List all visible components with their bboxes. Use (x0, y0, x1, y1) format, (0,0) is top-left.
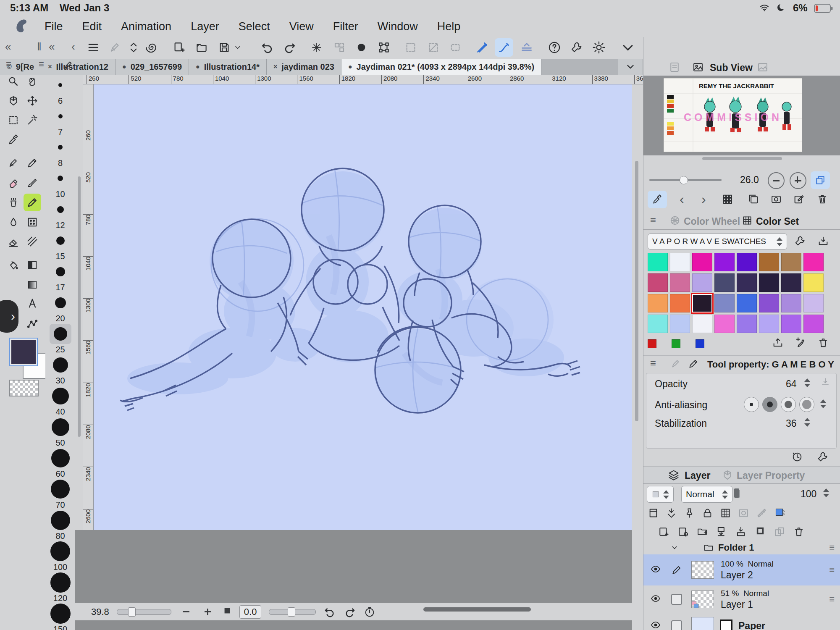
subview-grid-icon[interactable] (722, 193, 733, 205)
subview-zoom-handle[interactable] (680, 176, 688, 184)
marquee-tool-icon[interactable] (5, 111, 22, 129)
subview-tab-label[interactable]: Sub View (710, 62, 753, 74)
collapse-left2-icon[interactable]: « (49, 41, 55, 52)
layer-tab-icon[interactable] (668, 469, 680, 481)
snap-grid-icon[interactable] (517, 38, 536, 57)
layer-row-layer1[interactable]: 51 % Normal Layer 1 ≡ (643, 585, 840, 613)
color-wheel-tab-label[interactable]: Color Wheel (684, 216, 740, 227)
antialias-strong-button[interactable] (799, 397, 814, 412)
color-swatch[interactable] (759, 273, 779, 292)
fill-tool-icon[interactable] (5, 256, 22, 274)
canvas-vscrollbar[interactable] (635, 161, 638, 421)
brush-size-item[interactable]: 150 (45, 603, 75, 630)
layer1-drag-handle[interactable]: ≡ (829, 594, 835, 605)
color-swatch[interactable] (692, 315, 712, 333)
layer1-visibility-eye-icon[interactable] (649, 593, 662, 605)
rotation-value[interactable]: 0.0 (239, 605, 262, 619)
menu-item[interactable]: Help (437, 20, 461, 33)
paper-color-chip[interactable] (720, 620, 732, 630)
menu-item[interactable]: View (289, 20, 314, 33)
opacity-stepper[interactable] (804, 378, 810, 387)
draft-layer-icon[interactable] (666, 507, 677, 519)
antialias-medium-button[interactable] (781, 397, 796, 412)
airbrush-tool-icon[interactable] (5, 194, 22, 211)
brush-size-item[interactable]: 17 (45, 261, 75, 292)
color-swatch[interactable] (803, 273, 824, 292)
tool-panel-menu-icon[interactable]: ≡ (6, 60, 11, 69)
zoom-tool-icon[interactable] (5, 73, 22, 90)
tool-property-brush2-icon[interactable] (688, 358, 699, 369)
color-swatch[interactable] (648, 253, 668, 271)
brush-size-item[interactable]: 25 (45, 323, 75, 354)
move-tool-icon[interactable] (24, 92, 41, 110)
menu-item[interactable]: Select (239, 20, 270, 33)
ruler-layer-icon[interactable] (756, 507, 767, 519)
subview-prev-icon[interactable]: ‹ (680, 192, 684, 206)
tool-property-brush1-icon[interactable] (670, 358, 681, 369)
transform-icon[interactable] (375, 38, 393, 57)
color-swatch[interactable] (781, 273, 801, 292)
subview-next-icon[interactable]: › (701, 192, 706, 206)
brush-size-item[interactable]: 120 (45, 572, 75, 603)
color-swatch[interactable] (759, 315, 779, 333)
menu-item[interactable]: File (45, 20, 63, 33)
collapse-left-icon[interactable]: « (5, 41, 11, 52)
brush-size-item[interactable]: 60 (45, 448, 75, 479)
layer2-thumbnail[interactable] (691, 561, 714, 579)
color-set-tab-label[interactable]: Color Set (756, 216, 799, 227)
save-icon[interactable] (215, 38, 234, 57)
antialias-stepper[interactable] (820, 399, 826, 408)
tab-state-icon[interactable]: × (273, 63, 277, 71)
stabilization-stepper[interactable] (804, 418, 810, 427)
tool-property-menu-icon[interactable]: ≡ (650, 358, 656, 368)
combine-icon[interactable] (774, 526, 785, 538)
zoom-slider[interactable] (117, 609, 171, 615)
color-swatch[interactable] (714, 315, 735, 333)
tool-flyout-handle[interactable]: › (0, 300, 18, 333)
color-swatch[interactable] (737, 253, 757, 271)
subview-alt-tab-icon[interactable] (757, 61, 769, 73)
pen-tool-icon[interactable] (5, 154, 22, 172)
tab-state-icon[interactable]: ● (122, 63, 126, 71)
color-swatch[interactable] (670, 273, 690, 292)
new-layer-icon[interactable] (658, 526, 669, 538)
subview-viewport[interactable]: REMY THE JACKRABBIT COMMISSION (643, 76, 840, 155)
subview-copy-icon[interactable] (748, 193, 759, 205)
divider-handle-icon[interactable]: ‖ (37, 41, 42, 52)
paper-thumbnail[interactable] (691, 617, 714, 630)
subview-edit-icon[interactable] (793, 193, 805, 205)
menu-item[interactable]: Window (378, 20, 418, 33)
history-color-chip[interactable] (696, 339, 704, 348)
subview-delete-icon[interactable] (816, 193, 828, 205)
subview-zoom-slider[interactable] (649, 179, 722, 181)
paper-visibility-eye-icon[interactable] (649, 620, 662, 630)
folder-drag-handle[interactable]: ≡ (829, 542, 835, 553)
color-swatch[interactable] (670, 253, 690, 271)
color-wheel-tab-icon[interactable] (669, 215, 680, 226)
toolbar-collapse-icon[interactable] (613, 38, 643, 57)
brush-tool-disabled-icon[interactable] (106, 38, 124, 57)
brush-size-item[interactable]: 6 (45, 75, 75, 106)
color-swatch[interactable] (781, 315, 801, 333)
color-swatch[interactable] (714, 253, 735, 271)
color-swatch[interactable] (803, 294, 824, 312)
gradient-tool-icon[interactable] (24, 276, 41, 294)
brush-size-item[interactable]: 40 (45, 386, 75, 417)
snap-curve-icon[interactable] (495, 38, 513, 57)
color-swatch[interactable] (670, 294, 690, 312)
eraser-tool-icon[interactable] (5, 233, 22, 250)
pin-layer-icon[interactable] (684, 507, 695, 519)
contrast-tool-icon[interactable] (24, 256, 41, 274)
antialias-none-button[interactable] (744, 397, 759, 412)
menu-item[interactable]: Edit (82, 20, 102, 33)
transfer-layer-icon[interactable] (716, 526, 727, 538)
selection-launcher-disabled-icon[interactable] (446, 38, 465, 57)
history-color-chip[interactable] (648, 339, 656, 348)
brush-size-item[interactable]: 10 (45, 168, 75, 199)
tab-state-icon[interactable]: × (48, 63, 52, 71)
color-swatch[interactable] (737, 294, 757, 312)
subview-zoom-out-button[interactable] (768, 172, 785, 189)
clip-layer-icon[interactable] (648, 507, 659, 519)
color-swatch[interactable] (781, 253, 801, 271)
tab-state-icon[interactable]: ● (348, 63, 352, 71)
